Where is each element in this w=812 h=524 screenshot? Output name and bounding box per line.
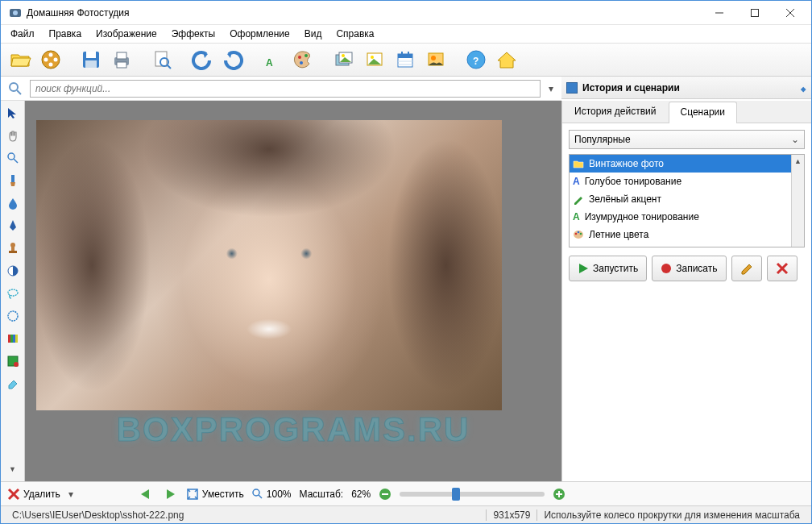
- tab-history[interactable]: История действий: [562, 101, 669, 123]
- svg-text:?: ?: [473, 56, 478, 67]
- page-search-button[interactable]: [147, 45, 176, 74]
- menu-edit[interactable]: Правка: [43, 27, 89, 41]
- status-path: C:\Users\IEUser\Desktop\sshot-222.png: [6, 509, 190, 521]
- statusbar: C:\Users\IEUser\Desktop\sshot-222.png 93…: [1, 505, 811, 523]
- scenario-item[interactable]: Зелёный акцент: [570, 190, 804, 208]
- svg-point-10: [44, 58, 48, 62]
- prev-button[interactable]: [138, 488, 154, 501]
- svg-rect-51: [10, 335, 13, 343]
- circle-select-tool[interactable]: [4, 307, 22, 325]
- app-icon: [9, 6, 22, 19]
- gradient-tool[interactable]: [4, 330, 22, 347]
- film-reel-button[interactable]: [36, 45, 65, 74]
- scenario-item[interactable]: A Изумрудное тонирование: [570, 208, 804, 226]
- minimize-button[interactable]: [702, 2, 737, 24]
- eraser-tool[interactable]: [4, 375, 22, 393]
- water-drop-tool[interactable]: [4, 194, 22, 212]
- scenario-item[interactable]: Летние цвета: [570, 226, 804, 243]
- scenario-category-dropdown[interactable]: Популярные ⌄: [569, 130, 805, 149]
- zoom-value: 62%: [351, 489, 371, 500]
- bottom-bar: Удалить ▾ Уместить 100% Масштаб: 62%: [1, 481, 811, 505]
- brush-tool[interactable]: [4, 172, 22, 189]
- status-hint: Используйте колесо прокрутки для изменен…: [537, 509, 806, 521]
- svg-rect-16: [117, 62, 126, 68]
- pointer-tool[interactable]: [4, 104, 22, 122]
- svg-rect-46: [9, 251, 17, 253]
- svg-rect-12: [86, 52, 96, 58]
- palette-button[interactable]: [289, 45, 318, 74]
- right-panel: История действий Сценарии Популярные ⌄ В…: [561, 101, 811, 481]
- redo-button[interactable]: [218, 45, 247, 74]
- svg-point-59: [580, 233, 582, 235]
- scenario-item[interactable]: A Голубое тонирование: [570, 173, 804, 190]
- dropdown-arrow-icon[interactable]: ▾: [68, 489, 73, 500]
- close-button[interactable]: [773, 2, 808, 24]
- canvas-image: [36, 120, 502, 410]
- tab-scenarios[interactable]: Сценарии: [669, 102, 737, 123]
- undo-button[interactable]: [188, 45, 217, 74]
- menu-view[interactable]: Вид: [298, 27, 329, 41]
- home-button[interactable]: [492, 45, 521, 74]
- letter-a-icon: A: [573, 211, 580, 222]
- delete-scenario-button[interactable]: [767, 256, 798, 281]
- next-button[interactable]: [162, 488, 178, 501]
- menu-decoration[interactable]: Оформление: [223, 27, 296, 41]
- maximize-button[interactable]: [737, 2, 773, 24]
- svg-rect-50: [8, 335, 10, 343]
- titlebar: Домашняя Фотостудия: [1, 1, 811, 25]
- zoom-out-button[interactable]: [379, 488, 392, 501]
- list-scrollbar[interactable]: ▲: [791, 155, 804, 247]
- zoom-in-button[interactable]: [553, 488, 566, 501]
- dropdown-arrow-icon[interactable]: ▾: [544, 83, 558, 94]
- record-label: Записать: [676, 263, 717, 274]
- sunset-image-button[interactable]: [421, 45, 450, 74]
- run-button[interactable]: Запустить: [569, 256, 647, 281]
- panel-body: Популярные ⌄ Винтажное фото A Голубое то…: [562, 123, 811, 288]
- menu-effects[interactable]: Эффекты: [165, 27, 222, 41]
- save-button[interactable]: [77, 45, 106, 74]
- edit-scenario-button[interactable]: [731, 256, 762, 281]
- panel-tabs: История действий Сценарии: [562, 101, 811, 123]
- chevron-down-icon: ⌄: [791, 134, 799, 145]
- zoom-100-button[interactable]: 100%: [252, 489, 292, 500]
- svg-point-22: [300, 61, 303, 64]
- image-button[interactable]: [360, 45, 389, 74]
- scenario-actions: Запустить Записать: [569, 256, 805, 281]
- svg-rect-45: [11, 247, 14, 251]
- menu-help[interactable]: Справка: [329, 27, 380, 41]
- svg-line-40: [17, 90, 21, 94]
- slider-thumb[interactable]: [452, 488, 460, 501]
- lasso-tool[interactable]: [4, 285, 22, 302]
- fit-button[interactable]: Уместить: [186, 488, 244, 501]
- stamp-tool[interactable]: [4, 239, 22, 257]
- record-button[interactable]: Записать: [652, 256, 726, 281]
- svg-point-55: [14, 362, 19, 367]
- watermark: BOXPROGRAMS.RU: [117, 410, 470, 449]
- canvas-area: BOXPROGRAMS.RU: [25, 101, 561, 481]
- pen-tool[interactable]: [4, 217, 22, 235]
- svg-point-26: [342, 54, 345, 57]
- scroll-up-icon[interactable]: ▲: [792, 155, 804, 168]
- menu-file[interactable]: Файл: [4, 27, 41, 41]
- play-icon: [578, 263, 589, 274]
- open-folder-button[interactable]: [6, 45, 35, 74]
- calendar-button[interactable]: [391, 45, 420, 74]
- zoom-slider[interactable]: [400, 492, 545, 497]
- search-input[interactable]: [30, 80, 541, 98]
- contrast-tool[interactable]: [4, 262, 22, 280]
- images-button[interactable]: [329, 45, 358, 74]
- text-button[interactable]: A: [259, 45, 288, 74]
- hand-tool[interactable]: [4, 127, 22, 144]
- toolbar: A ?: [1, 43, 811, 77]
- help-button[interactable]: ?: [462, 45, 491, 74]
- canvas-viewport[interactable]: BOXPROGRAMS.RU: [25, 101, 561, 481]
- scenario-item[interactable]: Винтажное фото: [570, 155, 804, 173]
- scenario-list: Винтажное фото A Голубое тонирование Зел…: [569, 154, 805, 247]
- delete-button[interactable]: Удалить: [7, 488, 60, 501]
- fill-tool[interactable]: [4, 352, 22, 370]
- print-button[interactable]: [107, 45, 136, 74]
- collapse-panel-icon[interactable]: ⬥: [800, 81, 806, 94]
- zoom-tool[interactable]: [4, 149, 22, 167]
- menu-image[interactable]: Изображение: [89, 27, 164, 41]
- palette-scroll-down[interactable]: ▼: [4, 460, 22, 478]
